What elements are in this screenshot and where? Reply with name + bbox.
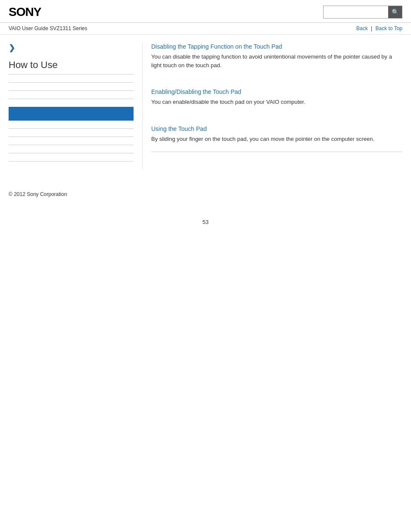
sidebar-divider-5: [9, 137, 134, 137]
search-box: 🔍: [323, 6, 402, 19]
page-number: 53: [0, 219, 411, 234]
sidebar-divider-3: [9, 99, 134, 99]
search-input[interactable]: [324, 6, 388, 18]
sidebar-title: How to Use: [9, 59, 134, 75]
sidebar-divider-2: [9, 90, 134, 91]
content-area: ❯ How to Use Disabling the Tapping Funct…: [0, 34, 411, 178]
article-item: Disabling the Tapping Function on the To…: [151, 43, 402, 78]
search-button[interactable]: 🔍: [388, 6, 402, 18]
sidebar: ❯ How to Use: [9, 43, 142, 169]
nav-separator: |: [371, 25, 372, 31]
navbar: VAIO User Guide SVZ1311 Series Back | Ba…: [0, 23, 411, 34]
sidebar-divider-1: [9, 82, 134, 83]
article-title-3[interactable]: Using the Touch Pad: [151, 125, 402, 132]
article-desc-3: By sliding your finger on the touch pad,…: [151, 135, 402, 143]
page-header: SONY 🔍: [0, 0, 411, 23]
sidebar-divider-7: [9, 153, 134, 153]
article-item: Using the Touch Pad By sliding your fing…: [151, 125, 402, 152]
sidebar-divider-6: [9, 145, 134, 145]
copyright: © 2012 Sony Corporation: [9, 191, 67, 197]
breadcrumb-arrow[interactable]: ❯: [9, 43, 134, 53]
article-desc-1: You can disable the tapping function to …: [151, 53, 402, 69]
guide-title: VAIO User Guide SVZ1311 Series: [9, 25, 87, 31]
sidebar-active-item[interactable]: [9, 107, 134, 121]
article-title-2[interactable]: Enabling/Disabling the Touch Pad: [151, 88, 402, 95]
sony-logo: SONY: [9, 5, 41, 19]
back-to-top-link[interactable]: Back to Top: [376, 25, 402, 31]
back-link[interactable]: Back: [356, 25, 368, 31]
article-title-1[interactable]: Disabling the Tapping Function on the To…: [151, 43, 402, 50]
nav-links: Back | Back to Top: [356, 25, 402, 31]
search-icon: 🔍: [392, 9, 399, 16]
article-desc-2: You can enable/disable the touch pad on …: [151, 98, 402, 106]
main-content: Disabling the Tapping Function on the To…: [142, 43, 402, 169]
sidebar-divider-8: [9, 161, 134, 162]
sidebar-divider-4: [9, 128, 134, 129]
article-item: Enabling/Disabling the Touch Pad You can…: [151, 88, 402, 115]
page-footer: © 2012 Sony Corporation: [0, 178, 411, 202]
